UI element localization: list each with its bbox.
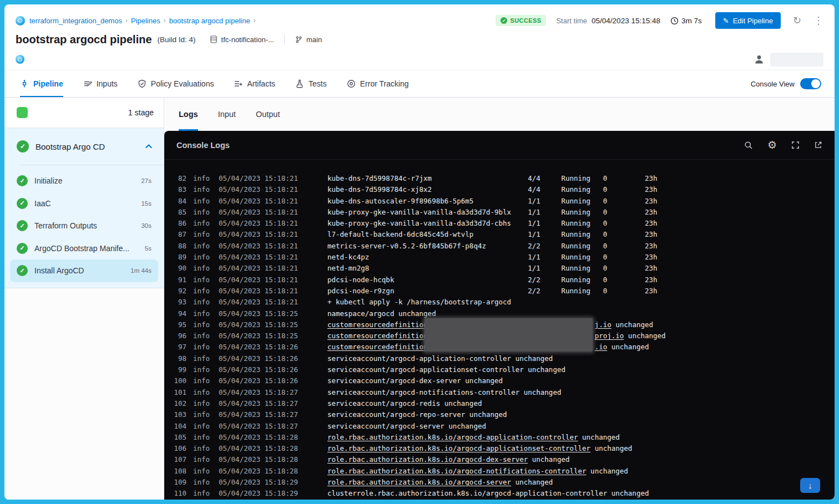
success-check-icon: ✓ xyxy=(17,140,29,152)
log-timestamp: 05/04/2023 15:18:25 xyxy=(219,319,302,330)
step-row[interactable]: ✓IaaC15s xyxy=(10,192,158,215)
chevron-up-icon[interactable] xyxy=(145,142,153,150)
log-line-number: 84 xyxy=(172,196,186,207)
log-link[interactable]: j.io xyxy=(595,320,611,329)
tab-error-tracking[interactable]: Error Tracking xyxy=(347,70,409,97)
log-line: 84info05/04/2023 15:18:21kube-dns-autosc… xyxy=(172,196,835,207)
stage-sidebar: 1 stage ✓ Bootstrap Argo CD ✓Initialize2… xyxy=(4,98,164,500)
log-timestamp: 05/04/2023 15:18:21 xyxy=(219,173,302,184)
log-level: info xyxy=(193,375,213,386)
log-timestamp: 05/04/2023 15:18:28 xyxy=(219,466,302,477)
log-line: 101info05/04/2023 15:18:27serviceaccount… xyxy=(172,387,835,398)
log-level: info xyxy=(193,274,213,286)
log-text: unchanged xyxy=(590,444,632,452)
step-name: Install ArgoCD xyxy=(34,266,124,275)
log-link[interactable]: role.rbac.authorization.k8s.io/argocd-de… xyxy=(327,455,528,464)
scroll-to-bottom-button[interactable]: ↓ xyxy=(800,478,820,493)
success-check-icon: ✓ xyxy=(17,198,28,209)
log-line: 90info05/04/2023 15:18:21netd-mn2g8 1/1 … xyxy=(172,263,835,274)
open-in-new-icon[interactable] xyxy=(814,141,822,149)
log-message: role.rbac.authorization.k8s.io/argocd-no… xyxy=(327,466,628,477)
log-level: info xyxy=(193,364,213,375)
log-level: info xyxy=(193,319,213,330)
log-timestamp: 05/04/2023 15:18:21 xyxy=(219,274,302,286)
step-row[interactable]: ✓Terraform Outputs30s xyxy=(10,215,158,237)
log-link[interactable]: customresourcedefinition xyxy=(327,343,428,351)
log-message: role.rbac.authorization.k8s.io/argocd-ap… xyxy=(327,432,620,443)
log-link[interactable]: role.rbac.authorization.k8s.io/argocd-se… xyxy=(327,478,511,486)
log-level: info xyxy=(193,443,213,454)
log-link[interactable]: role.rbac.authorization.k8s.io/argocd-no… xyxy=(327,467,587,475)
log-timestamp: 05/04/2023 15:18:26 xyxy=(219,364,302,375)
log-tab-output[interactable]: Output xyxy=(256,98,280,131)
log-line: 99info05/04/2023 15:18:26serviceaccount/… xyxy=(172,364,835,375)
step-row[interactable]: ✓Initialize27s xyxy=(10,170,158,192)
log-tab-input[interactable]: Input xyxy=(218,98,236,131)
step-row[interactable]: ✓ArgoCD Bootstrap Manife...5s xyxy=(10,237,158,260)
breadcrumb-link[interactable]: Pipelines xyxy=(131,17,160,25)
user-avatar-icon[interactable] xyxy=(754,54,765,65)
log-level: info xyxy=(193,330,213,342)
log-line-number: 82 xyxy=(172,173,186,184)
main-tabs: PipelineInputsPolicy EvaluationsArtifact… xyxy=(20,70,409,97)
breadcrumb-separator-icon: › xyxy=(125,17,128,24)
log-timestamp: 05/04/2023 15:18:29 xyxy=(219,488,302,499)
log-level: info xyxy=(193,173,213,184)
log-level: info xyxy=(193,432,213,443)
refresh-icon[interactable]: ↻ xyxy=(793,16,801,26)
log-timestamp: 05/04/2023 15:18:28 xyxy=(219,432,302,443)
breadcrumb-separator-icon: › xyxy=(164,17,166,24)
clock-icon xyxy=(670,17,679,25)
search-icon[interactable] xyxy=(744,141,753,150)
inputs-icon xyxy=(83,79,92,88)
tab-tests[interactable]: Tests xyxy=(295,70,327,97)
log-link[interactable]: customresourcedefinition xyxy=(327,320,428,329)
log-line: 105info05/04/2023 15:18:28role.rbac.auth… xyxy=(172,432,835,443)
stage-count-label: 1 stage xyxy=(128,108,154,117)
log-level: info xyxy=(193,252,213,263)
log-level: info xyxy=(193,196,213,207)
step-row[interactable]: ✓Install ArgoCD1m 44s xyxy=(10,259,158,282)
branch-selector[interactable]: main xyxy=(295,35,322,44)
log-message: serviceaccount/argocd-redis unchanged xyxy=(327,398,482,409)
log-line: 88info05/04/2023 15:18:21metrics-server-… xyxy=(172,241,835,252)
log-level: info xyxy=(193,398,213,409)
tab-policy-evaluations[interactable]: Policy Evaluations xyxy=(138,70,214,97)
log-link[interactable]: .io xyxy=(595,343,608,351)
log-link[interactable]: customresourcedefinition xyxy=(327,332,428,340)
edit-pipeline-button[interactable]: ✎ Edit Pipeline xyxy=(715,12,781,29)
stage-header[interactable]: ✓ Bootstrap Argo CD xyxy=(4,128,164,165)
log-level: info xyxy=(193,488,213,499)
log-line: 98info05/04/2023 15:18:26serviceaccount/… xyxy=(172,353,835,364)
log-link[interactable]: role.rbac.authorization.k8s.io/argocd-ap… xyxy=(327,444,590,452)
log-message: + kubectl apply -k /harness/bootstrap-ar… xyxy=(327,297,511,308)
log-line-number: 102 xyxy=(172,398,186,409)
page-title: bootstrap argocd pipeline xyxy=(16,33,152,46)
tab-pipeline[interactable]: Pipeline xyxy=(20,70,63,97)
fullscreen-icon[interactable] xyxy=(791,141,800,149)
tab-artifacts[interactable]: Artifacts xyxy=(234,70,275,97)
log-timestamp: 05/04/2023 15:18:21 xyxy=(219,218,302,229)
log-timestamp: 05/04/2023 15:18:21 xyxy=(219,252,302,263)
log-level: info xyxy=(193,241,213,252)
log-line-number: 101 xyxy=(172,387,186,398)
log-tab-logs[interactable]: Logs xyxy=(179,98,198,131)
log-line-number: 93 xyxy=(172,297,186,308)
log-message: kube-dns-autoscaler-9f89698b6-5p6m5 1/1 … xyxy=(327,196,658,207)
gear-icon[interactable]: ⚙ xyxy=(767,140,777,150)
log-text: unchanged xyxy=(528,455,569,464)
breadcrumb: terraform_integration_demos›Pipelines›bo… xyxy=(29,17,256,25)
tab-inputs[interactable]: Inputs xyxy=(83,70,118,97)
log-text: unchanged xyxy=(611,320,653,329)
breadcrumb-link[interactable]: bootstrap argocd pipeline xyxy=(169,17,250,25)
kebab-menu-icon[interactable]: ⋮ xyxy=(813,16,823,26)
repository-icon xyxy=(209,35,218,44)
console-view-toggle[interactable] xyxy=(800,78,821,89)
repo-selector[interactable]: tfc-notification-... xyxy=(209,35,274,44)
log-line: 107info05/04/2023 15:18:28role.rbac.auth… xyxy=(172,454,835,465)
log-link[interactable]: proj.io xyxy=(595,332,624,340)
log-level: info xyxy=(193,218,213,229)
log-timestamp: 05/04/2023 15:18:27 xyxy=(219,409,302,420)
breadcrumb-link[interactable]: terraform_integration_demos xyxy=(29,17,122,25)
log-link[interactable]: role.rbac.authorization.k8s.io/argocd-ap… xyxy=(327,433,578,441)
